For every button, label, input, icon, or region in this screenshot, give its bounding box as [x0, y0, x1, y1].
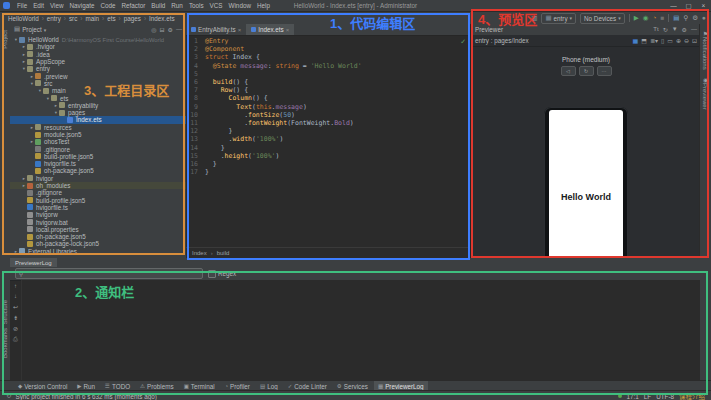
menu-code[interactable]: Code — [97, 2, 118, 9]
breadcrumb-pages[interactable]: pages — [124, 15, 141, 22]
profiler-button[interactable]: ◔ — [652, 15, 656, 22]
tree-item-local-properties[interactable]: local.properties — [10, 226, 186, 233]
tree-item-hvigor[interactable]: ▸.hvigor — [10, 43, 186, 50]
tree-item-ets[interactable]: ▾ets — [10, 94, 186, 101]
rotate-button[interactable]: ↻ — [579, 66, 594, 76]
menu-vcs[interactable]: VCS — [207, 2, 226, 9]
hide-panel-icon[interactable]: — — [176, 26, 182, 33]
tree-item-hvigorfile-ts[interactable]: hvigorfile.ts — [10, 160, 186, 167]
tree-item-hvigor[interactable]: ▸hvigor — [10, 175, 186, 182]
tool-stripe-notifications[interactable]: ⚑Notifications — [702, 30, 709, 70]
breadcrumb-index-ets[interactable]: Index.ets — [149, 15, 175, 22]
tree-item-idea[interactable]: ▸.idea — [10, 51, 186, 58]
close-tab-icon[interactable]: × — [238, 27, 242, 33]
tree-item-entryability[interactable]: ▸entryability — [10, 102, 186, 109]
tab-entryability-ts[interactable]: EntryAbility.ts× — [186, 24, 246, 35]
tree-item-resources[interactable]: ▸resources — [10, 124, 186, 131]
tree-item-entry[interactable]: ▾entry — [10, 65, 186, 72]
device-selector[interactable]: No Devices▾ — [580, 13, 625, 24]
zoom-in-icon[interactable]: ⊕ — [676, 37, 681, 44]
fit-screen-icon[interactable]: ⊡ — [692, 37, 697, 44]
tree-item-src[interactable]: ▾src — [10, 80, 186, 87]
menu-tools[interactable]: Tools — [186, 2, 207, 9]
tree-item-hvigorfile-ts[interactable]: hvigorfile.ts — [10, 204, 186, 211]
tool-stripe-project[interactable]: Project — [2, 30, 8, 49]
locate-file-icon[interactable]: ◎ — [151, 26, 156, 33]
soft-wrap-icon[interactable]: ↩ — [13, 303, 18, 310]
tree-item-appscope[interactable]: ▸AppScope — [10, 58, 186, 65]
caret-position[interactable]: 17:1 — [627, 393, 639, 400]
breadcrumb-src[interactable]: src — [69, 15, 77, 22]
zoom-out-icon[interactable]: ⊖ — [684, 37, 689, 44]
breadcrumb-ets[interactable]: ets — [107, 15, 115, 22]
code-area[interactable]: 1@Entry2@Component3struct Index {4 @Stat… — [186, 37, 470, 248]
menu-build[interactable]: Build — [148, 2, 168, 9]
minimize-button[interactable]: — — [666, 2, 681, 10]
close-tab-icon[interactable]: × — [286, 27, 290, 33]
settings-icon[interactable]: ⚙ — [692, 15, 698, 22]
phone-screen[interactable]: Hello World — [549, 110, 623, 262]
layout-dropdown-icon[interactable]: ≣▾ — [650, 37, 658, 44]
menu-file[interactable]: File — [14, 2, 30, 9]
checkbox-icon[interactable] — [208, 270, 216, 278]
tree-item-ohostest[interactable]: ▸ohosTest — [10, 138, 186, 145]
device-manager-icon[interactable]: ▥ — [531, 15, 537, 22]
previewerlog-tab[interactable]: PreviewerLog — [10, 258, 57, 267]
tree-item-build-profile-json5[interactable]: build-profile.json5 — [10, 153, 186, 160]
scroll-down-icon[interactable]: ↓ — [14, 293, 17, 299]
stop-button[interactable]: ■ — [660, 15, 664, 22]
line-ending[interactable]: LF — [644, 393, 651, 400]
tool-stripe-structure[interactable]: Structure — [2, 300, 8, 324]
menu-window[interactable]: Window — [226, 2, 254, 9]
menu-navigate[interactable]: Navigate — [67, 2, 98, 9]
scroll-to-end-icon[interactable]: ⇟ — [13, 314, 18, 321]
menu-help[interactable]: Help — [254, 2, 273, 9]
tree-item-pages[interactable]: ▾pages — [10, 109, 186, 116]
breadcrumb-method[interactable]: build — [217, 250, 230, 256]
menu-run[interactable]: Run — [168, 2, 186, 9]
hide-panel-icon[interactable]: — — [691, 26, 697, 33]
filter-icon[interactable]: ▼ — [672, 26, 678, 33]
tree-item-oh-package-json5[interactable]: oh-package.json5 — [10, 233, 186, 240]
tree-item-build-profile-json5[interactable]: build-profile.json5 — [10, 197, 186, 204]
menu-refactor[interactable]: Refactor — [118, 2, 148, 9]
log-content[interactable] — [22, 280, 700, 380]
tree-item-main[interactable]: ▾main — [10, 87, 186, 94]
scroll-up-icon[interactable]: ↑ — [14, 283, 17, 289]
regex-checkbox[interactable]: Regex — [208, 270, 236, 278]
back-button[interactable]: ◁ — [561, 66, 576, 76]
tree-item-gitignore[interactable]: .gitignore — [10, 145, 186, 152]
tree-item-index-ets[interactable]: Index.ets — [10, 116, 186, 123]
breadcrumb-entry[interactable]: entry — [47, 15, 61, 22]
run-button[interactable]: ▶ — [634, 15, 639, 22]
settings-icon[interactable]: ⚙ — [682, 26, 687, 33]
debug-button[interactable]: ◉ — [643, 15, 649, 22]
tree-item-helloworld[interactable]: ▾HelloWorldD:\HarmonyOS First Course\Hel… — [10, 36, 186, 43]
refresh-icon[interactable]: ↻ — [663, 26, 668, 33]
tree-item-module-json5[interactable]: module.json5 — [10, 131, 186, 138]
search-everywhere-icon[interactable]: ⚲ — [683, 15, 688, 22]
tree-item-oh-package-json5[interactable]: oh-package.json5 — [10, 167, 186, 174]
tool-stripe-previewer[interactable]: ◉Previewer — [702, 76, 709, 110]
file-encoding[interactable]: UTF-8 — [656, 393, 674, 400]
breadcrumb-main[interactable]: main — [85, 15, 99, 22]
tree-item-gitignore[interactable]: .gitignore — [10, 189, 186, 196]
project-panel-title[interactable]: Project — [22, 26, 42, 33]
font-size-icon[interactable]: Tt — [653, 26, 658, 33]
module-selector[interactable]: ▦entry▾ — [541, 13, 576, 24]
tree-item-hvigorw[interactable]: hvigorw — [10, 211, 186, 218]
component-tree-icon[interactable]: ⬒ — [641, 37, 647, 44]
avatar[interactable]: ● — [702, 15, 706, 22]
tab-index-ets[interactable]: Index.ets× — [246, 24, 294, 35]
tree-item-external-libraries[interactable]: ▸External Libraries — [10, 248, 186, 255]
more-button[interactable]: ⋯ — [597, 66, 612, 76]
tree-item-oh-modules[interactable]: ▸oh_modules — [10, 182, 186, 189]
landscape-icon[interactable]: ▭ — [667, 37, 673, 44]
menu-edit[interactable]: Edit — [30, 2, 47, 9]
tree-item-hvigorw-bat[interactable]: hvigorw.bat — [10, 218, 186, 225]
grid-view-icon[interactable]: ▦ — [633, 37, 639, 44]
tree-item-preview[interactable]: ▸.preview — [10, 72, 186, 79]
breadcrumb-helloworld[interactable]: HelloWorld — [8, 15, 39, 22]
collapse-all-icon[interactable]: ⊟ — [160, 26, 165, 33]
tree-item-oh-package-lock-json5[interactable]: oh-package-lock.json5 — [10, 240, 186, 247]
